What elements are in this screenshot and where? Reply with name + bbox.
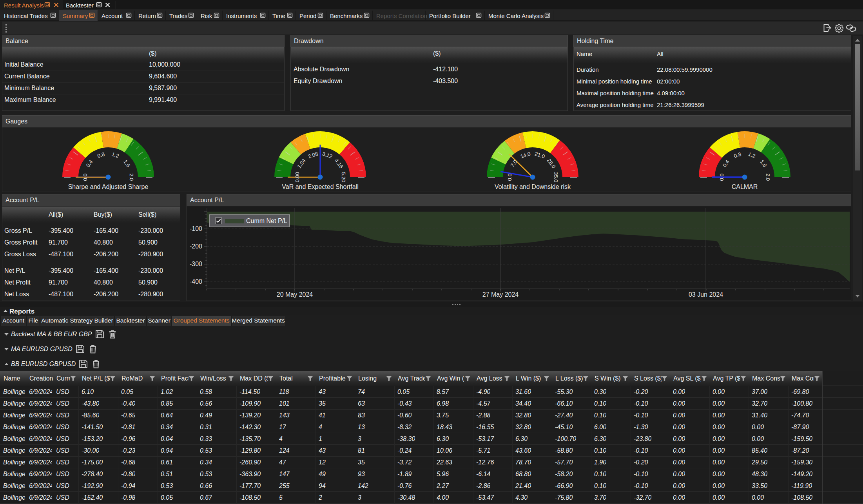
svg-text:0.4: 0.4	[722, 159, 731, 168]
svg-text:0.0: 0.0	[719, 174, 725, 181]
svg-text:1.6: 1.6	[122, 159, 131, 168]
svg-text:21.0: 21.0	[534, 151, 546, 160]
svg-text:2.0: 2.0	[129, 174, 134, 181]
svg-text:4.16: 4.16	[334, 158, 344, 169]
svg-text:7.0: 7.0	[509, 159, 519, 168]
svg-text:0.0: 0.0	[507, 174, 513, 181]
svg-text:0.00: 0.00	[294, 172, 300, 182]
svg-text:35.0: 35.0	[553, 172, 559, 182]
svg-text:2.0: 2.0	[765, 174, 771, 181]
svg-text:0.8: 0.8	[733, 151, 742, 159]
svg-text:2.08: 2.08	[307, 151, 319, 160]
svg-text:14.0: 14.0	[520, 151, 531, 160]
svg-text:1.04: 1.04	[296, 158, 307, 169]
svg-text:5.20: 5.20	[341, 172, 346, 182]
svg-text:1.2: 1.2	[747, 151, 756, 159]
svg-text:3.12: 3.12	[321, 151, 333, 160]
svg-text:0.0: 0.0	[82, 174, 88, 181]
svg-text:0.4: 0.4	[85, 159, 94, 168]
svg-text:0.8: 0.8	[97, 151, 105, 159]
svg-text:1.6: 1.6	[759, 159, 768, 168]
svg-text:28.0: 28.0	[546, 158, 557, 169]
svg-text:1.2: 1.2	[111, 151, 120, 159]
